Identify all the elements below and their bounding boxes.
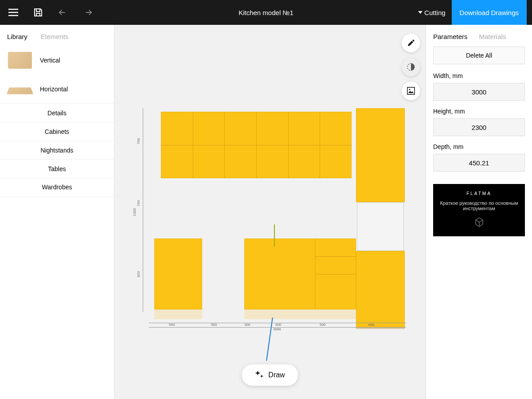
height-label: Height, mm	[433, 108, 525, 115]
draw-button[interactable]: Draw	[242, 364, 298, 386]
topbar-right: Cutting Download Drawings	[418, 0, 527, 25]
tab-materials[interactable]: Materials	[479, 33, 506, 40]
panel-tabs: Parameters Materials	[426, 25, 532, 47]
contrast-tool[interactable]	[402, 58, 420, 76]
base-cabinet-drawers[interactable]	[315, 239, 356, 309]
menu-icon[interactable]	[5, 4, 21, 20]
category-wardrobes[interactable]: Wardrobes	[0, 178, 114, 196]
page-title: Kitchen model №1	[239, 9, 293, 16]
promo-text: Краткое руководство по основным инструме…	[438, 200, 520, 211]
dim-label: 500	[275, 323, 281, 327]
base-cabinet-right[interactable]	[356, 251, 405, 327]
depth-label: Depth, mm	[433, 143, 525, 150]
cube-icon	[473, 215, 485, 228]
base-cabinet-left[interactable]	[154, 239, 202, 309]
main: Library Elements Vertical Horizontal Det…	[0, 25, 532, 399]
vertical-thumb-icon	[8, 52, 32, 69]
base-cabinet-center[interactable]	[244, 239, 315, 309]
dim-total-height: 2300	[133, 208, 137, 216]
cutting-dropdown[interactable]: Cutting	[418, 9, 446, 16]
dim-label: 700	[137, 138, 141, 144]
draw-label: Draw	[268, 371, 285, 379]
horizontal-thumb-icon	[7, 87, 34, 94]
promo-card[interactable]: FLATMA Краткое руководство по основным и…	[433, 184, 525, 236]
sidebar-tabs: Library Elements	[0, 25, 114, 46]
toe-kick	[244, 309, 356, 319]
promo-brand: FLATMA	[438, 191, 520, 196]
depth-input[interactable]	[433, 154, 525, 172]
dim-label: 500	[320, 323, 325, 327]
kitchen-model: 700 750 820 2300 500 500 300 500 500 600…	[130, 108, 403, 356]
topbar-left	[5, 4, 96, 20]
save-icon[interactable]	[30, 4, 46, 20]
svg-rect-1	[407, 87, 415, 94]
guide-line-green[interactable]	[274, 224, 275, 246]
tab-parameters[interactable]: Parameters	[433, 33, 468, 40]
category-nightstands[interactable]: Nightstands	[0, 141, 114, 159]
toe-kick	[154, 309, 202, 319]
width-input[interactable]	[433, 83, 525, 101]
delete-all-button[interactable]: Delete All	[433, 47, 525, 64]
height-input[interactable]	[433, 118, 525, 136]
image-export-tool[interactable]	[402, 82, 420, 100]
download-button[interactable]: Download Drawings	[452, 0, 527, 25]
category-tables[interactable]: Tables	[0, 159, 114, 178]
dim-label: 500	[211, 323, 217, 327]
dim-label: 820	[137, 271, 141, 277]
eyedropper-tool[interactable]	[402, 34, 420, 52]
vertical-ruler: 700 750 820 2300	[137, 108, 145, 312]
dim-label: 600	[368, 323, 374, 327]
panel-body: Delete All Width, mm Height, mm Depth, m…	[426, 47, 532, 236]
cutting-label: Cutting	[424, 9, 446, 16]
category-details[interactable]: Details	[0, 103, 114, 122]
sparkle-icon	[255, 371, 264, 379]
dim-total-width: 3000	[273, 327, 281, 331]
dim-label: 500	[169, 323, 175, 327]
category-cabinets[interactable]: Cabinets	[0, 122, 114, 141]
oven-niche[interactable]	[357, 202, 404, 251]
topbar: Kitchen model №1 Cutting Download Drawin…	[0, 0, 532, 25]
dim-label: 300	[244, 323, 250, 327]
horizontal-ruler: 500 500 300 500 500 600 3000	[149, 321, 406, 332]
sidebar-left: Library Elements Vertical Horizontal Det…	[0, 25, 114, 399]
upper-cabinet-group[interactable]	[161, 112, 352, 178]
undo-icon[interactable]	[55, 4, 71, 20]
width-label: Width, mm	[433, 72, 525, 79]
redo-icon[interactable]	[80, 4, 96, 20]
library-item-label: Vertical	[40, 57, 60, 64]
library-item-label: Horizontal	[40, 86, 68, 93]
tab-elements[interactable]: Elements	[41, 33, 69, 40]
canvas-area[interactable]: 700 750 820 2300 500 500 300 500 500 600…	[114, 25, 426, 399]
panel-right: Parameters Materials Delete All Width, m…	[426, 25, 532, 399]
library-item-horizontal[interactable]: Horizontal	[0, 75, 114, 103]
tall-cabinet[interactable]	[356, 108, 405, 202]
svg-point-2	[409, 89, 411, 90]
dim-label: 750	[137, 200, 141, 206]
library-item-vertical[interactable]: Vertical	[0, 46, 114, 75]
tab-library[interactable]: Library	[7, 33, 27, 40]
